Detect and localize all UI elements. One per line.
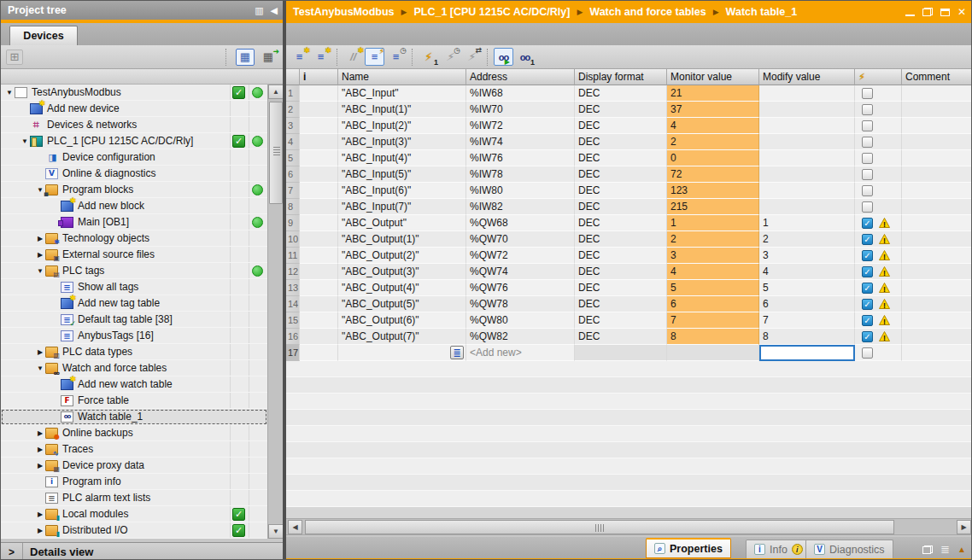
tree-item-online-diagnostics[interactable]: Online & diagnostics: [1, 166, 267, 182]
cell-name[interactable]: "ABC_Output(6)": [338, 312, 466, 329]
close-icon[interactable]: ✕: [957, 8, 966, 16]
expander-closed-icon[interactable]: ▶: [35, 462, 45, 470]
restore-pane-icon[interactable]: [922, 545, 933, 554]
cell-modify-value[interactable]: [759, 134, 855, 150]
cell-address[interactable]: %QW72: [466, 248, 575, 264]
modify-checkbox[interactable]: [862, 169, 873, 180]
cell-monitor-value[interactable]: 7: [667, 312, 759, 329]
monitor-all-icon[interactable]: ≡⚡: [365, 48, 384, 66]
cell-name[interactable]: "ABC_Input(6)": [338, 183, 466, 199]
cell-address[interactable]: %IW74: [466, 134, 575, 150]
cell-modify-value[interactable]: 7: [759, 312, 855, 329]
cell-comment[interactable]: [902, 345, 972, 361]
expander-open-icon[interactable]: ▼: [35, 267, 45, 275]
cell-address[interactable]: %QW68: [466, 215, 575, 231]
scroll-right-icon[interactable]: ▶: [957, 520, 971, 534]
modify-checkbox[interactable]: [862, 347, 873, 359]
cell-display-format[interactable]: DEC: [575, 134, 667, 150]
cell-name[interactable]: "ABC_Output(7)": [338, 329, 466, 345]
cell-monitor-value[interactable]: 72: [667, 166, 759, 183]
cell-address[interactable]: %QW78: [466, 296, 575, 312]
tree-item-external-source-files[interactable]: ▶External source files: [1, 247, 267, 263]
modify-checkbox[interactable]: ✓: [862, 266, 873, 277]
tab-devices[interactable]: Devices: [9, 26, 78, 45]
cell-monitor-value[interactable]: 215: [667, 199, 759, 215]
cell-address[interactable]: %IW82: [466, 199, 575, 215]
cell-display-format[interactable]: DEC: [575, 199, 667, 215]
cell-monitor-value[interactable]: 37: [667, 102, 759, 118]
cell-info[interactable]: [300, 134, 338, 150]
breadcrumb-item-watch-table-1[interactable]: Watch table_1: [726, 6, 798, 18]
breadcrumb-item-plc-1-cpu-1215c-ac-dc-rly[interactable]: PLC_1 [CPU 1215C AC/DC/Rly]: [413, 6, 570, 18]
tree-item-plc-data-types[interactable]: ▶PLC data types: [1, 344, 267, 360]
cell-name[interactable]: "ABC_Input(2)": [338, 118, 466, 134]
horizontal-scrollbar[interactable]: ◀ ▶: [286, 518, 972, 535]
cell-info[interactable]: [300, 280, 338, 296]
cell-modify-value[interactable]: 8: [759, 329, 855, 345]
cell-info[interactable]: [300, 329, 338, 345]
expander-open-icon[interactable]: ▼: [20, 137, 30, 145]
cell-name[interactable]: "ABC_Output(2)": [338, 248, 466, 264]
cell-monitor-value[interactable]: 4: [667, 118, 759, 134]
cell-display-format[interactable]: DEC: [575, 102, 667, 118]
cell-display-format[interactable]: DEC: [575, 215, 667, 231]
expander-closed-icon[interactable]: ▶: [35, 348, 45, 356]
tree-scrollbar[interactable]: ▲ ▼: [267, 85, 283, 539]
cell-address[interactable]: %QW76: [466, 280, 575, 296]
cell-name[interactable]: "ABC_Input": [338, 85, 466, 102]
cell-address[interactable]: %IW68: [466, 85, 575, 102]
cell-name[interactable]: "ABC_Output(1)": [338, 231, 466, 248]
overview-toggle-icon[interactable]: ▦: [236, 49, 255, 66]
cell-comment[interactable]: [902, 166, 972, 183]
cell-display-format[interactable]: DEC: [575, 329, 667, 345]
breadcrumb-item-testanybusmodbus[interactable]: TestAnybusModbus: [293, 6, 395, 18]
cell-monitor-value[interactable]: 8: [667, 329, 759, 345]
cell-info[interactable]: [300, 118, 338, 134]
tree-item-add-new-tag-table[interactable]: Add new tag table: [1, 295, 267, 312]
cell-info[interactable]: [300, 264, 338, 280]
expander-closed-icon[interactable]: ▶: [35, 510, 45, 518]
cell-comment[interactable]: [902, 118, 972, 134]
cell-comment[interactable]: [902, 150, 972, 166]
tree-item-show-all-tags[interactable]: Show all tags: [1, 279, 267, 295]
cell-monitor-value[interactable]: 21: [667, 85, 759, 102]
cell-info[interactable]: [300, 183, 338, 199]
insert-comment-line-icon[interactable]: //✱: [343, 48, 363, 66]
cell-display-format[interactable]: DEC: [575, 85, 667, 102]
cell-monitor-value[interactable]: 2: [667, 231, 759, 248]
cell-name[interactable]: "ABC_Input(1)": [338, 102, 466, 118]
breadcrumb-item-watch-and-force-tables[interactable]: Watch and force tables: [589, 6, 706, 18]
cell-name[interactable]: "ABC_Input(3)": [338, 134, 466, 150]
tree-item-add-new-device[interactable]: Add new device: [1, 101, 267, 117]
tree-item-device-configuration[interactable]: Device configuration: [1, 149, 267, 166]
tree-item-plc-alarm-text-lists[interactable]: PLC alarm text lists: [1, 490, 267, 506]
tree-item-online-backups[interactable]: ▶Online backups: [1, 425, 267, 441]
cell-display-format[interactable]: DEC: [575, 280, 667, 296]
cell-comment[interactable]: [902, 280, 972, 296]
cell-info[interactable]: [300, 231, 338, 248]
cell-display-format[interactable]: DEC: [575, 118, 667, 134]
cell-address[interactable]: %QW82: [466, 329, 575, 345]
cell-monitor-value[interactable]: 2: [667, 134, 759, 150]
modify-checkbox[interactable]: [862, 153, 873, 164]
cell-comment[interactable]: [902, 329, 972, 345]
insert-row-icon[interactable]: ≡✱: [290, 48, 309, 66]
cell-comment[interactable]: [902, 199, 972, 215]
restore-icon[interactable]: [922, 8, 933, 16]
scroll-down-icon[interactable]: ▼: [268, 524, 284, 539]
cell-monitor-value[interactable]: 1: [667, 215, 759, 231]
tree-item-anybustags-16[interactable]: AnybusTags [16]: [1, 328, 267, 344]
tree-item-plc-tags[interactable]: ▼PLC tags: [1, 263, 267, 279]
tree-item-program-blocks[interactable]: ▼Program blocks: [1, 182, 267, 198]
cell-address[interactable]: %IW80: [466, 183, 575, 199]
columns-icon[interactable]: ▥: [255, 1, 263, 20]
cell-comment[interactable]: [902, 312, 972, 329]
cell-modify-value[interactable]: 1: [759, 215, 855, 231]
cell-address[interactable]: %IW76: [466, 150, 575, 166]
cell-address[interactable]: %IW70: [466, 102, 575, 118]
cell-info[interactable]: [300, 248, 338, 264]
cell-name[interactable]: "ABC_Output(4)": [338, 280, 466, 296]
cell-modify-value[interactable]: [759, 345, 855, 361]
cell-comment[interactable]: [902, 183, 972, 199]
modify-checkbox[interactable]: ✓: [862, 315, 873, 326]
